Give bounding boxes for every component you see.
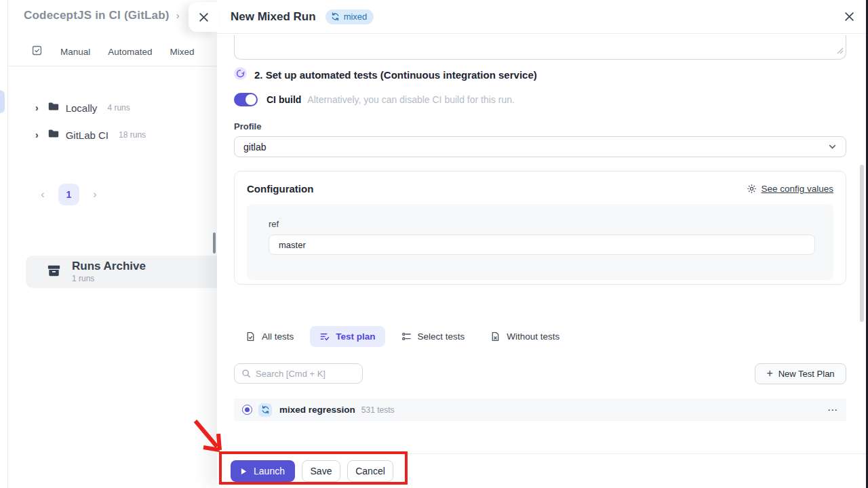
project-title[interactable]: CodeceptJS in CI (GitLab)›	[24, 9, 180, 22]
checklist-lines-icon	[401, 331, 412, 342]
profile-selected-value: gitlab	[243, 142, 266, 152]
pagination: ‹ 1 ›	[37, 184, 101, 205]
config-values-panel: ref	[247, 204, 833, 280]
tab-label: All tests	[262, 331, 294, 342]
ci-build-hint: Alternatively, you can disable CI build …	[307, 94, 515, 105]
profile-select[interactable]: gitlab	[234, 136, 846, 157]
search-input[interactable]	[256, 369, 351, 379]
new-test-plan-button[interactable]: + New Test Plan	[755, 363, 846, 384]
tab-select-tests[interactable]: Select tests	[392, 326, 475, 347]
list-check-icon	[319, 331, 330, 342]
modal-footer: Launch Save Cancel	[231, 460, 393, 482]
tabs-divider	[8, 66, 217, 66]
test-selection-tabs: All tests Test plan Select tests Without…	[236, 326, 569, 347]
modal-scrollbar-thumb[interactable]	[860, 165, 864, 322]
tab-label: Select tests	[418, 331, 465, 342]
section-heading-text: 2. Set up automated tests (Continuous in…	[254, 69, 537, 81]
app-nav-rail	[0, 0, 8, 488]
plan-name: mixed regression	[279, 405, 355, 415]
footer-divider	[217, 453, 868, 454]
checklist-icon[interactable]	[31, 45, 43, 58]
close-icon	[844, 12, 854, 22]
tab-mixed[interactable]: Mixed	[170, 47, 195, 57]
automated-tests-section-heading: 2. Set up automated tests (Continuous in…	[234, 67, 537, 83]
ref-input[interactable]	[269, 235, 815, 255]
see-config-values-link[interactable]: See config values	[747, 184, 833, 194]
rail-active-indicator[interactable]	[0, 90, 5, 113]
folder-run-count: 18 runs	[119, 130, 146, 140]
target-spiral-icon	[234, 67, 247, 83]
tab-automated[interactable]: Automated	[108, 47, 152, 57]
new-test-plan-label: New Test Plan	[778, 369, 835, 379]
run-type-badge: mixed	[326, 9, 374, 24]
modal-close-button[interactable]	[844, 12, 854, 22]
document-x-icon	[490, 331, 500, 342]
plan-test-count: 531 tests	[361, 405, 395, 415]
folder-row-locally[interactable]: › Locally 4 runs	[35, 100, 130, 115]
profile-label: Profile	[234, 121, 261, 131]
modal-header: New Mixed Run mixed	[217, 0, 868, 34]
search-icon	[241, 369, 251, 378]
play-icon	[241, 468, 247, 475]
project-title-text: CodeceptJS in CI (GitLab)	[24, 9, 170, 22]
close-icon	[199, 12, 209, 22]
page-prev-button[interactable]: ‹	[37, 188, 49, 201]
ref-label: ref	[269, 219, 812, 229]
tab-label: Without tests	[507, 331, 559, 342]
runs-sidebar: CodeceptJS in CI (GitLab)› Manual Automa…	[8, 0, 217, 488]
test-plan-row[interactable]: mixed regression 531 tests ⋯	[234, 399, 846, 421]
row-menu-button[interactable]: ⋯	[827, 404, 838, 416]
run-title-textarea[interactable]	[234, 35, 846, 60]
archive-run-count: 1 runs	[72, 274, 146, 283]
test-plan-search[interactable]	[234, 363, 363, 384]
ci-build-toggle[interactable]	[234, 93, 258, 106]
chevron-down-icon	[828, 142, 837, 151]
see-config-values-text: See config values	[761, 184, 833, 194]
modal-title: New Mixed Run	[231, 10, 316, 24]
plus-icon: +	[766, 368, 772, 379]
launch-button[interactable]: Launch	[231, 460, 295, 482]
tab-test-plan[interactable]: Test plan	[310, 326, 384, 347]
folder-run-count: 4 runs	[107, 103, 130, 113]
ci-build-label: CI build	[267, 94, 301, 105]
tab-all-tests[interactable]: All tests	[236, 326, 303, 347]
gear-icon	[747, 184, 757, 194]
launch-label: Launch	[254, 466, 285, 476]
runs-archive-item[interactable]: Runs Archive 1 runs	[26, 256, 224, 288]
tab-manual[interactable]: Manual	[60, 47, 90, 57]
document-check-icon	[245, 331, 256, 342]
folder-icon	[47, 100, 60, 115]
tab-without-tests[interactable]: Without tests	[481, 326, 569, 347]
expand-chevron-icon[interactable]: ›	[35, 129, 39, 140]
configuration-title: Configuration	[247, 183, 313, 195]
cancel-button[interactable]: Cancel	[347, 460, 393, 482]
folder-name: Locally	[66, 102, 98, 114]
archive-box-icon	[46, 263, 62, 281]
folder-icon	[47, 127, 60, 142]
badge-label: mixed	[344, 12, 368, 22]
plan-radio-selected[interactable]	[242, 405, 252, 415]
page-number-1[interactable]: 1	[58, 184, 79, 205]
ci-build-toggle-row: CI build Alternatively, you can disable …	[234, 93, 515, 106]
toggle-knob	[245, 94, 256, 105]
configuration-card: Configuration See config values ref	[234, 171, 846, 285]
page-next-button[interactable]: ›	[89, 188, 101, 201]
breadcrumb-chevron-icon: ›	[176, 9, 180, 21]
mixed-sync-icon	[258, 403, 272, 417]
sidebar-scrollbar-thumb[interactable]	[213, 232, 216, 253]
sync-icon	[331, 12, 340, 21]
drawer-close-button[interactable]	[189, 2, 218, 32]
run-type-tabs: Manual Automated Mixed	[31, 45, 195, 58]
resize-grip-icon[interactable]	[837, 45, 844, 57]
save-button[interactable]: Save	[302, 460, 340, 482]
archive-title: Runs Archive	[72, 260, 146, 272]
modal-body: 2. Set up automated tests (Continuous in…	[217, 34, 868, 453]
tab-label: Test plan	[336, 331, 375, 342]
folder-name: GitLab CI	[66, 129, 108, 141]
new-mixed-run-modal: New Mixed Run mixed 2. Set up automated …	[217, 0, 868, 488]
expand-chevron-icon[interactable]: ›	[35, 102, 39, 113]
folder-row-gitlab-ci[interactable]: › GitLab CI 18 runs	[35, 127, 146, 142]
